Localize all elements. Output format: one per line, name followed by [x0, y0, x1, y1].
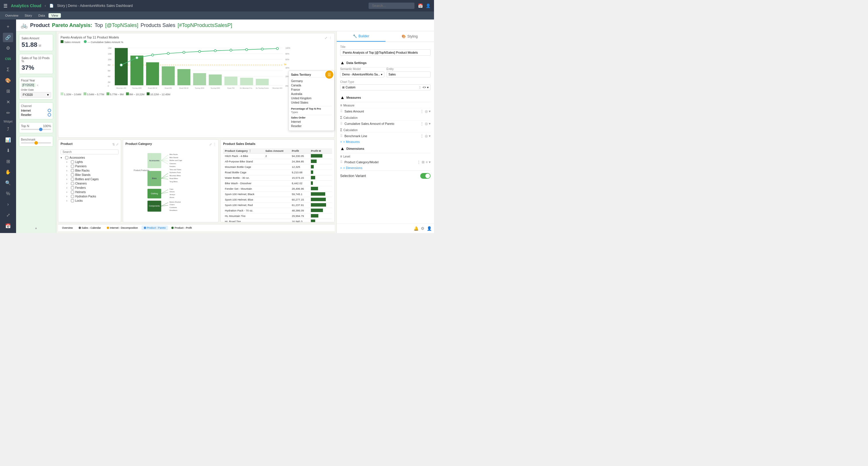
semantic-model-dropdown[interactable]: Demo - AdventureWorks Sa... ▾ [340, 71, 384, 77]
tab-story[interactable]: Story [22, 13, 35, 18]
chart-type-dropdown[interactable]: ⊞ Custom ⋮ <> ▾ [340, 84, 431, 90]
tab-overview[interactable]: Overview [2, 13, 21, 18]
tree-checkbox-cleaners[interactable] [71, 182, 74, 185]
palette-icon-btn[interactable]: 🎨 [3, 76, 13, 86]
add-dimensions-btn[interactable]: + + Dimensions [340, 165, 431, 170]
order-date-dropdown[interactable]: FY2020 ▼ [21, 92, 51, 98]
sigma-icon-btn[interactable]: Σ [3, 65, 13, 74]
product-search-input[interactable] [61, 150, 119, 154]
chart-type-menu-icon[interactable]: ⋮ [418, 86, 422, 89]
right-settings-icon[interactable]: ⚙ [421, 226, 425, 231]
tree-expand-bike-stands[interactable]: › [66, 173, 70, 177]
tree-expand-panniers[interactable]: › [66, 165, 70, 168]
remove-fiscal-year-btn[interactable]: × [37, 84, 38, 87]
footer-tab-product-pareto[interactable]: Product - Pareto [142, 225, 168, 230]
search-icon-btn[interactable]: 🔍 [3, 178, 13, 188]
dim-chevron-1[interactable]: ▾ [429, 160, 431, 164]
measure-menu-3[interactable]: ⋮ [420, 134, 424, 138]
orange-circle-btn[interactable]: ☰ [325, 70, 333, 79]
tab-view[interactable]: View [49, 13, 61, 18]
tree-expand-helmets[interactable]: › [66, 190, 70, 194]
tree-expand-accessories[interactable]: ▾ [61, 156, 64, 159]
tree-checkbox-hydration[interactable] [71, 195, 74, 198]
measure-menu-1[interactable]: ⋮ [420, 109, 424, 113]
footer-tab-product-profit[interactable]: Product - Profit [169, 225, 194, 230]
tree-checkbox-bike-racks[interactable] [71, 169, 74, 172]
territory-germany[interactable]: Germany [291, 79, 332, 83]
footer-tab-internet[interactable]: Internet - Decomposition [104, 225, 141, 230]
nav-back-arrow[interactable]: ‹ [45, 4, 46, 8]
user-icon[interactable]: 👤 [426, 3, 431, 8]
tree-checkbox-bike-stands[interactable] [71, 173, 74, 177]
drag-handle-dim-1[interactable]: ⠿ [340, 160, 343, 164]
pencil-icon-btn[interactable]: ✏ [3, 108, 13, 118]
drag-handle-3[interactable]: ⠿ [340, 134, 343, 138]
chevron-icon-btn[interactable]: › [3, 200, 13, 210]
measure-eye-1[interactable]: ◎ [425, 109, 428, 113]
chart-icon-btn[interactable]: 📊 [3, 135, 13, 145]
footer-tab-sales-calendar[interactable]: Sales - Calendar [76, 225, 103, 230]
right-bell-icon[interactable]: 🔔 [414, 226, 418, 231]
dimensions-header[interactable]: ▲ Dimensions [340, 144, 431, 153]
percent-icon-btn[interactable]: % [3, 189, 13, 198]
tree-expand-lights[interactable]: › [66, 160, 70, 163]
chart-type-code-icon[interactable]: <> [423, 86, 426, 89]
measure-chevron-3[interactable]: ▾ [429, 134, 431, 138]
category-expand-icon[interactable]: ⤢ [209, 143, 212, 146]
measure-chevron-1[interactable]: ▾ [429, 109, 431, 113]
top-n-slider-thumb[interactable] [39, 128, 42, 131]
territory-australia[interactable]: Australia [291, 92, 332, 96]
tree-checkbox-helmets[interactable] [71, 190, 74, 194]
data-settings-header[interactable]: ▲ Data Settings [340, 59, 431, 67]
bottom-icon-btn[interactable]: 📅 [3, 221, 13, 231]
channel-reseller-radio[interactable] [48, 113, 51, 117]
right-user-icon[interactable]: 👤 [427, 226, 432, 231]
css-btn[interactable]: CSS [3, 54, 13, 64]
measure-eye-3[interactable]: ◎ [425, 134, 428, 138]
territory-france[interactable]: France [291, 88, 332, 92]
dim-grid-1[interactable]: ⊞ [422, 160, 425, 164]
hamburger-icon[interactable]: ☰ [3, 3, 7, 9]
grid-icon-btn[interactable]: ⊞ [3, 156, 13, 166]
chart-fullscreen-btn[interactable]: ⤢ [324, 36, 327, 40]
measures-header[interactable]: ▲ Measures [340, 93, 431, 102]
link-icon-btn[interactable]: 🔗 [3, 33, 13, 42]
product-expand-icon[interactable]: ⤢ [116, 143, 119, 146]
territory-reseller[interactable]: Reseller [291, 124, 332, 128]
expand-icon-btn[interactable]: ⤢ [3, 210, 13, 220]
dim-menu-1[interactable]: ⋮ [417, 160, 421, 164]
download-icon-btn[interactable]: ⬇ [3, 146, 13, 156]
layout-icon-btn[interactable]: ⊞ [3, 86, 13, 96]
drag-handle-2[interactable]: ⠿ [340, 122, 343, 126]
territory-canada[interactable]: Canada [291, 83, 332, 88]
tree-checkbox-panniers[interactable] [71, 165, 74, 168]
col-menu-icon[interactable]: ⋮ [249, 149, 251, 152]
tree-expand-locks[interactable]: › [66, 199, 70, 202]
tab-data[interactable]: Data [36, 13, 48, 18]
chart-more-btn[interactable]: ⋮ [329, 36, 332, 40]
tab-styling[interactable]: 🎨 Styling [385, 31, 434, 41]
tree-expand-hydration[interactable]: › [66, 195, 70, 198]
tree-expand-fenders[interactable]: › [66, 186, 70, 189]
channel-internet-radio[interactable] [48, 109, 51, 112]
dim-list-1[interactable]: ≡ [426, 160, 428, 164]
cross-icon-btn[interactable]: ✕ [3, 97, 13, 107]
global-search-input[interactable] [369, 3, 414, 9]
add-widget-btn[interactable]: + [3, 22, 13, 32]
tree-checkbox-locks[interactable] [71, 199, 74, 202]
footer-tab-overview[interactable]: Overview [60, 225, 75, 230]
tree-checkbox-fenders[interactable] [71, 186, 74, 189]
gear-icon-btn[interactable]: ⚙ [3, 43, 13, 53]
drag-handle-1[interactable]: ⠿ [340, 109, 343, 113]
fiscal-year-tag[interactable]: [FY2020] [21, 83, 36, 87]
tree-expand-cleaners[interactable]: › [66, 182, 70, 185]
tree-checkbox-bottles[interactable] [71, 178, 74, 181]
territory-uk[interactable]: United Kingdom [291, 96, 332, 100]
calendar-icon[interactable]: 📅 [418, 3, 423, 8]
tab-builder[interactable]: 🔧 Builder [337, 31, 385, 41]
category-more-icon[interactable]: ⋮ [213, 143, 216, 146]
add-measures-btn[interactable]: + + Measures [340, 139, 431, 144]
benchmark-slider-thumb[interactable] [34, 141, 38, 145]
measure-chevron-2[interactable]: ▾ [429, 122, 431, 126]
measure-menu-2[interactable]: ⋮ [420, 122, 424, 126]
